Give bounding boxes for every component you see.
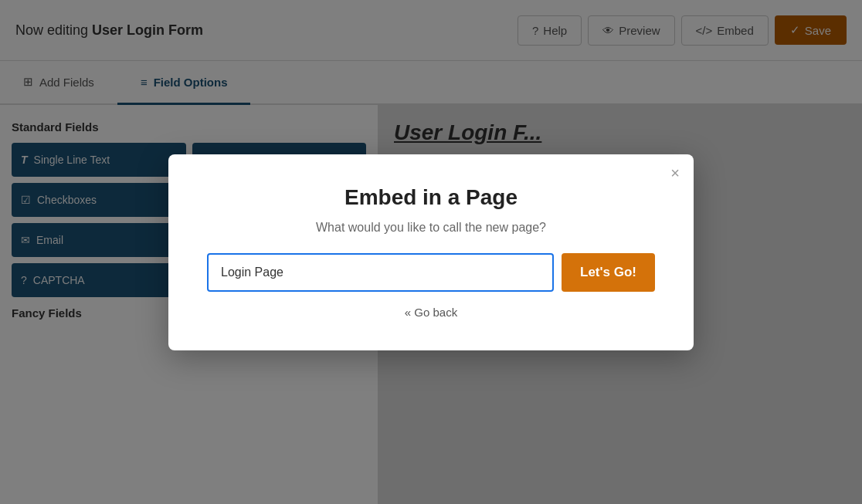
page-name-input[interactable] [207,253,554,292]
modal-close-button[interactable]: × [670,165,680,181]
modal-input-row: Let's Go! [207,253,655,292]
embed-modal: × Embed in a Page What would you like to… [168,154,694,350]
go-back-link[interactable]: « Go back [405,306,457,319]
modal-subtitle: What would you like to call the new page… [207,221,655,235]
modal-overlay: × Embed in a Page What would you like to… [0,0,862,504]
lets-go-button[interactable]: Let's Go! [562,253,655,292]
modal-title: Embed in a Page [207,185,655,210]
